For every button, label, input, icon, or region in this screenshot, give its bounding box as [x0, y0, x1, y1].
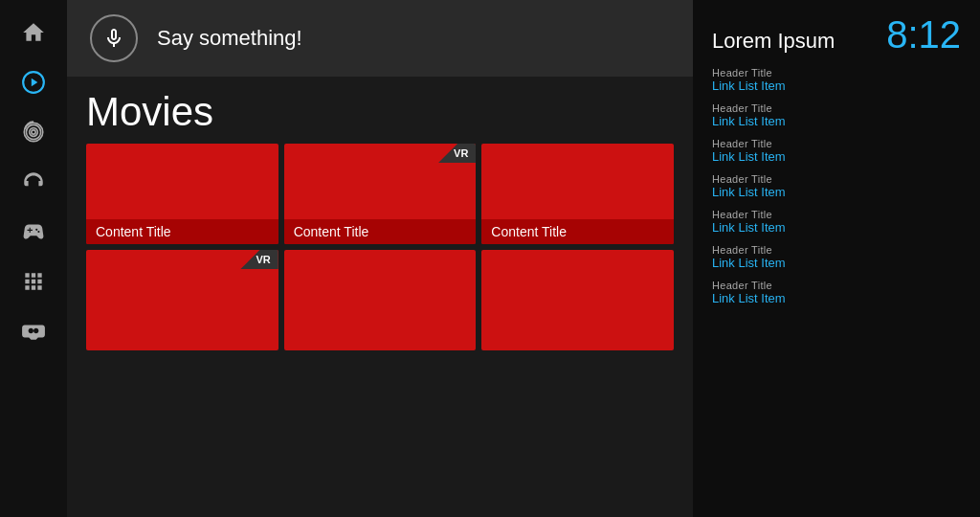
card-label: Content Title	[481, 219, 674, 244]
card-label: Content Title	[284, 219, 477, 244]
sidebar	[0, 0, 67, 517]
list-item-group-2: Header TitleLink List Item	[712, 102, 961, 128]
sidebar-item-apps[interactable]	[12, 260, 55, 303]
sidebar-item-play[interactable]	[12, 61, 55, 103]
list-header-4: Header Title	[712, 173, 961, 185]
panel-title: Lorem Ipsum	[712, 29, 835, 54]
sidebar-item-headphones[interactable]	[12, 161, 55, 203]
card-2-3[interactable]	[481, 250, 674, 350]
right-panel: Lorem Ipsum 8:12 Header TitleLink List I…	[693, 0, 980, 517]
sidebar-item-home[interactable]	[12, 11, 55, 54]
list-header-1: Header Title	[712, 67, 961, 79]
grid-row-2: VR	[86, 250, 674, 350]
card-1-2[interactable]: VR Content Title	[284, 144, 477, 244]
card-1-3[interactable]: Content Title	[481, 144, 674, 244]
sidebar-item-vr[interactable]	[12, 310, 55, 352]
list-link-6[interactable]: Link List Item	[712, 256, 961, 270]
list-item-group-1: Header TitleLink List Item	[712, 67, 961, 93]
svg-marker-1	[32, 79, 38, 87]
content-grid: Content Title VR Content Title Content T…	[86, 144, 674, 350]
list-item-group-6: Header TitleLink List Item	[712, 244, 961, 270]
mic-button[interactable]	[90, 14, 138, 62]
list-link-2[interactable]: Link List Item	[712, 114, 961, 128]
list-header-3: Header Title	[712, 138, 961, 149]
panel-header: Lorem Ipsum 8:12	[712, 15, 961, 54]
card-label: Content Title	[86, 219, 278, 244]
list-item-group-3: Header TitleLink List Item	[712, 138, 961, 164]
voice-prompt: Say something!	[157, 26, 302, 51]
list-link-5[interactable]: Link List Item	[712, 220, 961, 235]
list-header-2: Header Title	[712, 102, 961, 114]
card-2-1[interactable]: VR	[86, 250, 278, 350]
list-header-7: Header Title	[712, 280, 961, 291]
list-header-5: Header Title	[712, 209, 961, 220]
card-badge: VR	[438, 144, 476, 163]
grid-row-1: Content Title VR Content Title Content T…	[86, 144, 674, 244]
list-item-group-7: Header TitleLink List Item	[712, 280, 961, 305]
list-header-6: Header Title	[712, 244, 961, 256]
sidebar-item-gamepad[interactable]	[12, 211, 55, 253]
list-link-1[interactable]: Link List Item	[712, 79, 961, 93]
section-title: Movies	[86, 92, 674, 132]
card-2-2[interactable]	[284, 250, 477, 350]
content-area: Movies Content Title VR Content Title Co…	[67, 77, 693, 517]
list-items: Header TitleLink List ItemHeader TitleLi…	[712, 67, 961, 305]
list-link-7[interactable]: Link List Item	[712, 291, 961, 305]
mic-icon	[102, 27, 125, 50]
list-item-group-5: Header TitleLink List Item	[712, 209, 961, 235]
list-link-4[interactable]: Link List Item	[712, 185, 961, 199]
card-badge: VR	[240, 250, 278, 269]
list-link-3[interactable]: Link List Item	[712, 149, 961, 164]
list-item-group-4: Header TitleLink List Item	[712, 173, 961, 199]
card-1-1[interactable]: Content Title	[86, 144, 278, 244]
panel-time: 8:12	[886, 15, 961, 54]
voice-bar: Say something!	[67, 0, 693, 77]
sidebar-item-music[interactable]	[12, 111, 55, 153]
main-content: Say something! Movies Content Title VR C…	[67, 0, 693, 517]
